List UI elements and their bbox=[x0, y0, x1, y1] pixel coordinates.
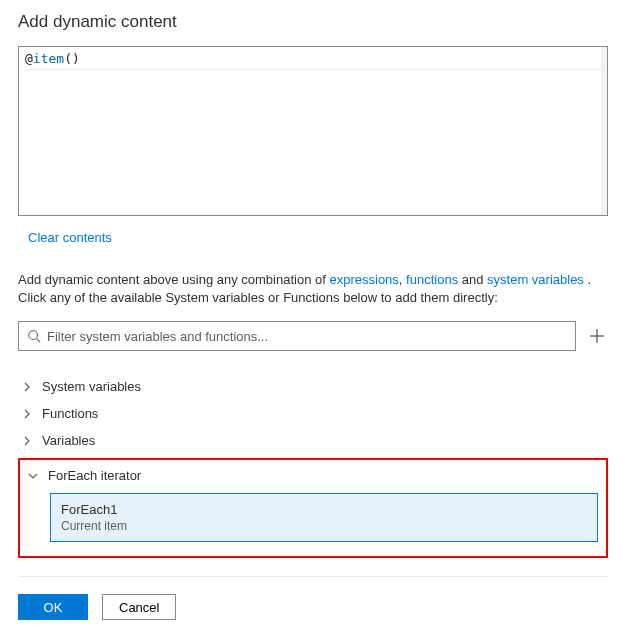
link-expressions[interactable]: expressions bbox=[329, 272, 398, 287]
add-button[interactable] bbox=[586, 325, 608, 347]
expression-editor[interactable]: @item() bbox=[18, 46, 608, 216]
scrollbar[interactable] bbox=[601, 47, 607, 215]
expr-fn: item bbox=[33, 51, 64, 66]
help-comma: , bbox=[399, 272, 406, 287]
help-prefix: Add dynamic content above using any comb… bbox=[18, 272, 329, 287]
section-label: System variables bbox=[42, 379, 141, 394]
search-icon bbox=[27, 329, 41, 343]
chevron-right-icon bbox=[22, 436, 32, 446]
svg-point-0 bbox=[29, 331, 38, 340]
footer-divider bbox=[18, 576, 608, 577]
chevron-right-icon bbox=[22, 382, 32, 392]
svg-line-1 bbox=[37, 339, 41, 343]
expr-parens: () bbox=[64, 51, 80, 66]
section-label: ForEach iterator bbox=[48, 468, 141, 483]
dialog-title: Add dynamic content bbox=[18, 12, 608, 32]
foreach-iterator-highlight: ForEach iterator ForEach1 Current item bbox=[18, 458, 608, 558]
expr-at: @ bbox=[25, 51, 33, 66]
help-and: and bbox=[458, 272, 487, 287]
section-label: Functions bbox=[42, 406, 98, 421]
ok-button[interactable]: OK bbox=[18, 594, 88, 620]
filter-row bbox=[18, 321, 608, 351]
link-functions[interactable]: functions bbox=[406, 272, 458, 287]
expression-rule bbox=[25, 69, 601, 70]
clear-contents-link[interactable]: Clear contents bbox=[28, 230, 112, 245]
section-variables[interactable]: Variables bbox=[18, 427, 608, 454]
section-foreach-iterator[interactable]: ForEach iterator bbox=[28, 466, 598, 485]
link-system-variables[interactable]: system variables bbox=[487, 272, 584, 287]
filter-input-wrapper[interactable] bbox=[18, 321, 576, 351]
filter-input[interactable] bbox=[47, 329, 567, 344]
dialog-footer: OK Cancel bbox=[18, 594, 176, 620]
section-system-variables[interactable]: System variables bbox=[18, 373, 608, 400]
section-label: Variables bbox=[42, 433, 95, 448]
iterator-item-desc: Current item bbox=[61, 519, 587, 533]
cancel-button[interactable]: Cancel bbox=[102, 594, 176, 620]
iterator-item-foreach1[interactable]: ForEach1 Current item bbox=[50, 493, 598, 542]
help-text: Add dynamic content above using any comb… bbox=[18, 271, 608, 307]
chevron-down-icon bbox=[28, 471, 38, 481]
chevron-right-icon bbox=[22, 409, 32, 419]
plus-icon bbox=[589, 328, 605, 344]
iterator-item-name: ForEach1 bbox=[61, 502, 587, 517]
section-functions[interactable]: Functions bbox=[18, 400, 608, 427]
expression-code: @item() bbox=[25, 51, 601, 66]
